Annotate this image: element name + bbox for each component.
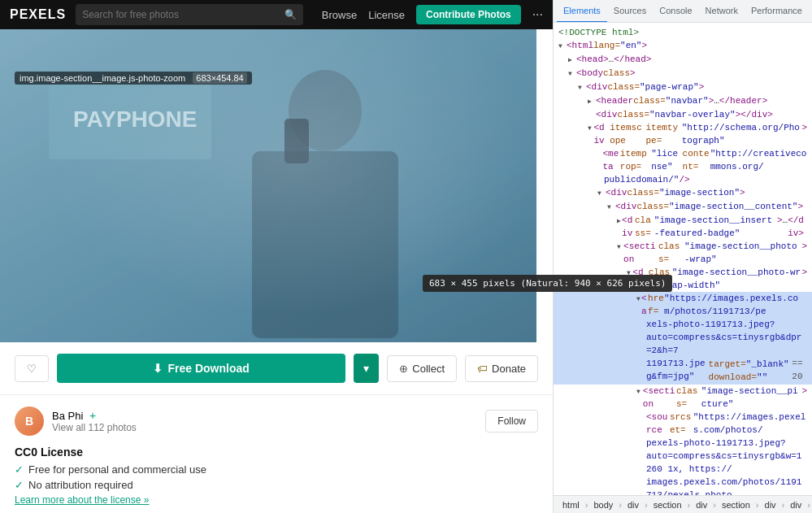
download-icon: ⬇ [153,362,163,375]
footer-tag-div4[interactable]: div [788,499,804,511]
wrapwidth-triangle[interactable] [627,266,632,280]
license-section: CC0 License ✓ Free for personal and comm… [15,446,538,506]
code-line-itemscope[interactable]: <div itemscope itemtype="http://schema.o… [554,121,812,147]
navbar: PEXELS 🔍 Browse License Contribute Photo… [0,0,553,29]
devtools-tab-memory[interactable]: Memory [809,0,812,23]
code-line-source4[interactable]: images.pexels.com/photos/1191713/pexels-… [554,476,812,495]
check-icon-2: ✓ [15,479,24,491]
code-line-imgcontent[interactable]: <div class="image-section__content"> [554,200,812,214]
code-line-imgsection[interactable]: <div class="image-section"> [554,186,812,200]
code-line-meta2[interactable]: publicdomain/"/> [554,173,812,186]
devtools-tabs: Elements Sources Console Network Perform… [554,0,812,23]
left-panel: PEXELS 🔍 Browse License Contribute Photo… [0,0,553,513]
license-learn-more-link[interactable]: Learn more about the license » [15,494,538,506]
logo[interactable]: PEXELS [10,7,66,22]
footer-tag-section[interactable]: section [651,499,684,511]
code-line-head[interactable]: <head>…</head> [554,53,812,67]
code-line-html[interactable]: <html lang="en"> [554,39,812,53]
imgsect-triangle[interactable] [597,186,606,200]
download-button[interactable]: ⬇ Free Download [57,354,345,383]
devtools-tab-network[interactable]: Network [699,0,745,23]
code-line-overlay[interactable]: <div class="navbar-overlay"></div> [554,108,812,121]
devtools-tab-console[interactable]: Console [653,0,698,23]
donate-button[interactable]: 🏷 Donate [465,355,538,382]
devtools-tab-performance[interactable]: Performance [745,0,809,23]
photographer-info: Ba Phi + View all 112 photos [52,409,477,433]
svg-rect-5 [252,151,398,338]
svg-point-4 [289,70,362,151]
imgcont-triangle[interactable] [607,200,615,214]
code-line-meta[interactable]: <meta itemprop="license" content="http:/… [554,147,812,173]
license-text-1: Free for personal and commercial use [28,463,206,476]
code-line-pagewrap[interactable]: <div class="page-wrap"> [554,80,812,94]
devtools-footer: html › body › div › section › div › sect… [554,495,812,513]
itemscope-triangle[interactable] [588,121,593,135]
actions-row: ♡ ⬇ Free Download ▾ ⊕ Collect 🏷 Donate [0,342,553,395]
svg-text:PAYPHONE: PAYPHONE [73,107,198,132]
devtools-tab-elements[interactable]: Elements [557,0,607,23]
avatar: B [15,406,44,436]
code-line-badge[interactable]: <div class="image-section__insert-featur… [554,214,812,240]
body-triangle[interactable] [568,67,576,80]
check-icon-1: ✓ [15,463,24,476]
pagewrap-triangle[interactable] [578,80,586,94]
devtools-panel: Elements Sources Console Network Perform… [553,0,812,513]
photographer-name[interactable]: Ba Phi + [52,409,477,422]
code-line-source2[interactable]: pexels-photo-1191713.jpeg? [554,437,812,450]
badge-dims: 683×454.84 [193,72,246,84]
download-label: Free Download [167,362,249,375]
footer-tag-body[interactable]: body [591,499,615,511]
footer-tag-div3[interactable]: div [762,499,779,511]
header-triangle[interactable] [588,94,596,108]
donate-icon: 🏷 [477,363,488,375]
contribute-button[interactable]: Contribute Photos [416,5,521,24]
devtools-tab-sources[interactable]: Sources [607,0,653,23]
code-line-doctype[interactable]: <!DOCTYPE html> [554,26,812,39]
html-triangle[interactable] [558,39,567,53]
license-text-2: No attribution required [28,479,133,491]
view-photos-link[interactable]: View all 112 photos [52,422,477,433]
picture-triangle[interactable] [636,385,643,398]
license-title: CC0 License [15,446,538,459]
head-triangle[interactable] [568,53,576,67]
code-line-header[interactable]: <header class="navbar">…</header> [554,94,812,108]
code-line-source1[interactable]: <source srcset="https://images.pexels.co… [554,411,812,437]
collect-label: Collect [412,363,445,375]
follow-photographer-button[interactable]: Follow [485,410,538,433]
code-line-wrapwidth[interactable]: <div class="image-section__photo-wrap-wi… [554,266,812,292]
code-line-anchor3[interactable]: auto=compress&cs=tinysrgb&dpr=2&h=7 [554,331,812,357]
license-item-1: ✓ Free for personal and commercial use [15,463,538,476]
code-line-anchor4[interactable]: 1191713.jpeg&fm=jpg" target="_blank" dow… [554,357,812,385]
browse-link[interactable]: Browse [322,9,357,21]
search-input[interactable] [82,9,280,20]
license-link[interactable]: License [368,9,405,21]
doctype-text: <!DOCTYPE html> [558,26,639,39]
download-arrow-button[interactable]: ▾ [354,354,379,383]
code-line-anchor[interactable]: <a href="https://images.pexels.com/photo… [554,292,812,318]
code-line-source3[interactable]: auto=compress&cs=tinysrgb&w=1260 1x, htt… [554,450,812,476]
photographer-row: B Ba Phi + View all 112 photos Follow [15,406,538,436]
footer-tag-div[interactable]: div [625,499,641,511]
more-icon[interactable]: ··· [532,7,543,22]
footer-tag-section2[interactable]: section [719,499,753,511]
collect-icon: ⊕ [399,363,408,375]
heart-icon: ♡ [27,363,37,375]
footer-tag-html[interactable]: html [560,499,582,511]
image-badge: img.image-section__image.js-photo-zoom 6… [15,72,252,85]
photowrap-triangle[interactable] [617,240,623,254]
svg-rect-2 [49,78,211,159]
devtools-body[interactable]: <!DOCTYPE html> <html lang="en"> <head>…… [554,23,812,495]
code-line-photowrap[interactable]: <section class="image-section__photo-wra… [554,240,812,266]
donate-label: Donate [492,363,526,375]
nav-links: Browse License Contribute Photos ··· [322,5,543,24]
footer-tag-div2[interactable]: div [693,499,710,511]
image-area: img.image-section__image.js-photo-zoom 6… [0,29,553,342]
license-item-2: ✓ No attribution required [15,479,538,491]
code-line-picture[interactable]: <section class="image-section__picture"> [554,385,812,411]
photographer-name-text: Ba Phi [52,410,83,422]
code-line-body[interactable]: <body class> [554,67,812,80]
code-line-anchor2[interactable]: xels-photo-1191713.jpeg? [554,318,812,331]
search-icon[interactable]: 🔍 [284,9,297,20]
collect-button[interactable]: ⊕ Collect [387,355,457,382]
like-button[interactable]: ♡ [15,355,49,382]
